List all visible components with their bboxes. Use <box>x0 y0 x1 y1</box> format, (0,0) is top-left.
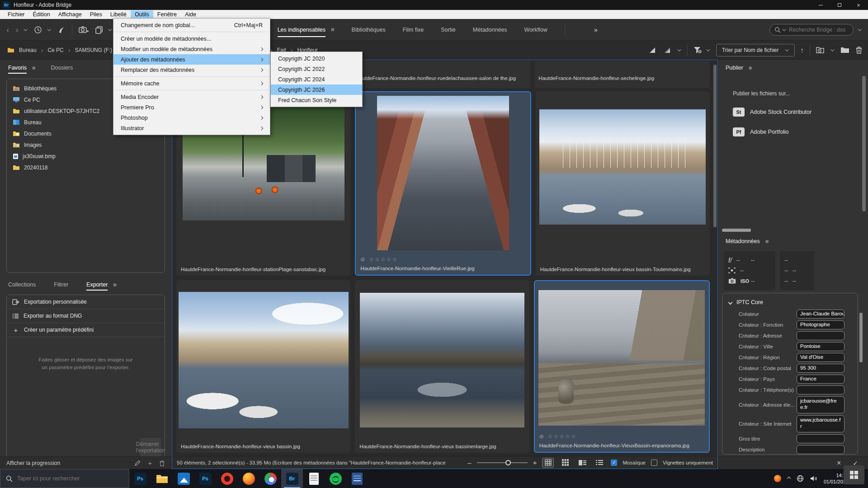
publish-hscrollbar[interactable] <box>722 229 751 232</box>
menu-item-append-metadata[interactable]: Ajouter des métadonnées <box>113 54 270 65</box>
taskbar-photoshop[interactable]: Ps <box>129 469 151 488</box>
taskbar-notepad[interactable] <box>303 469 325 488</box>
search-scope-dropdown-icon[interactable] <box>782 27 786 31</box>
menu-edition[interactable]: Édition <box>29 10 54 19</box>
creator-region-field[interactable]: Val d'Oise <box>797 353 844 362</box>
add-preset-icon[interactable]: + <box>148 459 152 467</box>
search-options-icon[interactable] <box>858 27 861 31</box>
crumb-bureau[interactable]: Bureau <box>19 47 37 53</box>
thumbnail-cell[interactable]: HautdeFrance-Normandie-honfleur-vieux ba… <box>176 280 350 453</box>
publish-target-stock[interactable]: St Adobe Stock Contributor <box>733 108 868 117</box>
quality-dropdown-icon[interactable] <box>677 47 681 51</box>
creator-email-field[interactable]: jcbarousse@free.fr <box>797 396 844 413</box>
tab-bibliotheques[interactable]: Bibliothèques <box>352 27 386 33</box>
menu-aide[interactable]: Aide <box>181 10 200 19</box>
creator-postal-field[interactable]: 95 300 <box>797 364 844 373</box>
quality-preview-icon[interactable] <box>664 47 673 54</box>
headline-field[interactable] <box>797 434 844 443</box>
submenu-fred-chacun-son-style[interactable]: Fred Chacun Son Style <box>271 95 362 105</box>
taskbar-photoshop-2[interactable]: Ps <box>194 469 216 488</box>
thumbnail-view-button[interactable] <box>559 458 571 468</box>
menu-fichier[interactable]: Fichier <box>4 10 29 19</box>
details-view-button[interactable] <box>576 458 588 468</box>
tab-workflow[interactable]: Workflow <box>524 27 547 33</box>
creator-city-field[interactable]: Pontoise <box>797 342 844 351</box>
tabs-overflow-icon[interactable]: » <box>594 26 598 33</box>
network-icon[interactable] <box>797 475 804 482</box>
history-icon[interactable] <box>34 26 42 34</box>
star-rating[interactable]: ⊘ ☆☆☆☆☆ <box>360 256 398 263</box>
tab-exporter[interactable]: Exporter <box>86 282 108 288</box>
volume-icon[interactable] <box>810 475 817 482</box>
minimize-button[interactable] <box>811 0 830 10</box>
taskbar-word[interactable] <box>346 469 368 488</box>
sort-ascending-icon[interactable]: ↑ <box>801 46 804 54</box>
delete-preset-icon[interactable] <box>159 460 165 466</box>
tab-favoris[interactable]: Favoris <box>8 65 27 71</box>
mosaic-checkbox[interactable]: ✓ <box>611 460 617 466</box>
taskbar-firefox[interactable] <box>238 469 259 488</box>
zoom-out-icon[interactable]: – <box>467 459 471 466</box>
submenu-copyright-2022[interactable]: Copyrigth JC 2022 <box>271 64 362 74</box>
search-input[interactable] <box>789 27 849 33</box>
iptc-core-header[interactable]: IPTC Core <box>722 297 858 308</box>
recent-dropdown-icon[interactable] <box>830 47 834 51</box>
taskbar-bridge-active[interactable]: Br <box>281 469 303 488</box>
publish-target-portfolio[interactable]: Pf Adobe Portfolio <box>733 127 868 136</box>
slider-knob[interactable] <box>505 460 511 465</box>
star-rating[interactable]: ⊘ ☆☆☆☆☆ <box>539 433 577 440</box>
menu-item-batch-rename[interactable]: Changement de nom global... Ctrl+Maj+R <box>113 20 270 30</box>
taskbar-search-input[interactable] <box>17 475 123 482</box>
thumbnail-size-slider[interactable] <box>477 462 528 463</box>
submenu-copyright-2020[interactable]: Copyrigth JC 2020 <box>271 53 362 64</box>
tab-dossiers[interactable]: Dossiers <box>51 65 73 71</box>
cancel-metadata-icon[interactable]: × <box>837 459 841 467</box>
taskbar-search[interactable] <box>0 469 129 488</box>
bridge-search-box[interactable] <box>769 24 854 36</box>
filter-dropdown-icon[interactable] <box>706 47 710 51</box>
exporter-menu-icon[interactable]: ≡ <box>113 282 117 288</box>
metadata-menu-icon[interactable]: ≡ <box>765 238 769 245</box>
sort-dropdown[interactable]: Trier par Nom de fichier <box>716 44 795 56</box>
thumbnail-cell[interactable]: HautdeFrance-Normandie-honfleur-vieux ba… <box>536 91 710 276</box>
submenu-copyright-2024[interactable]: Copyrigth JC 2024 <box>271 74 362 84</box>
taskbar-file-explorer[interactable] <box>151 469 173 488</box>
show-progress-label[interactable]: Afficher la progression <box>6 460 60 466</box>
rating-stars[interactable]: ☆☆☆☆☆ <box>548 433 577 440</box>
crumb-samsung[interactable]: SAMSUNG (F:) <box>75 47 112 53</box>
workspace-menu-icon[interactable]: ≡ <box>331 26 335 33</box>
forward-icon[interactable]: › <box>15 25 18 34</box>
creator-address-field[interactable] <box>797 331 844 340</box>
no-rating-icon[interactable]: ⊘ <box>360 256 366 263</box>
favorite-20240118[interactable]: 20240118 <box>7 162 165 173</box>
export-dng[interactable]: Exporter au format DNG <box>7 309 165 323</box>
history-dropdown-icon[interactable] <box>47 27 51 31</box>
maximize-button[interactable] <box>830 0 849 10</box>
grid-view-button[interactable] <box>542 458 554 468</box>
publish-vscrollbar[interactable] <box>862 76 866 211</box>
menu-item-photoshop[interactable]: Photoshop <box>113 113 270 123</box>
no-rating-icon[interactable]: ⊘ <box>539 433 545 440</box>
menu-item-create-metadata-template[interactable]: Créer un modèle de métadonnées... <box>113 33 270 44</box>
delete-icon[interactable] <box>855 46 863 54</box>
export-create-preset[interactable]: + Créer un paramètre prédéfini <box>7 323 165 337</box>
thumbnail-cell[interactable]: HautdeFrance-Normandie-honfleur-vieux ba… <box>355 280 529 453</box>
quality-thumbnail-icon[interactable] <box>649 47 658 54</box>
thumbnail-cell[interactable]: HautdeFrance-Normandie-honfleur-sechelin… <box>535 61 710 88</box>
filter-icon[interactable] <box>693 47 702 54</box>
tab-les-indispensables[interactable]: Les indispensables <box>278 27 326 33</box>
menu-item-edit-metadata-template[interactable]: Modifier un modèle de métadonnées <box>113 44 270 54</box>
start-button[interactable] <box>844 465 864 484</box>
tab-filtrer[interactable]: Filtrer <box>54 282 68 288</box>
tab-film-fixe[interactable]: Film fixe <box>403 27 424 33</box>
creator-phone-field[interactable] <box>797 385 844 394</box>
content-scrollbar[interactable] <box>713 65 717 227</box>
export-custom[interactable]: Exportation personnalisée <box>7 295 165 309</box>
menu-item-media-encoder[interactable]: Media Encoder <box>113 92 270 102</box>
favorite-images[interactable]: Images <box>7 139 165 150</box>
taskbar-photos-app[interactable] <box>173 469 194 488</box>
nav-dropdown-icon[interactable] <box>24 27 27 31</box>
menu-outils[interactable]: Outils <box>131 10 153 19</box>
import-from-camera-icon[interactable] <box>79 26 89 34</box>
crumb-ce-pc[interactable]: Ce PC <box>47 47 63 53</box>
